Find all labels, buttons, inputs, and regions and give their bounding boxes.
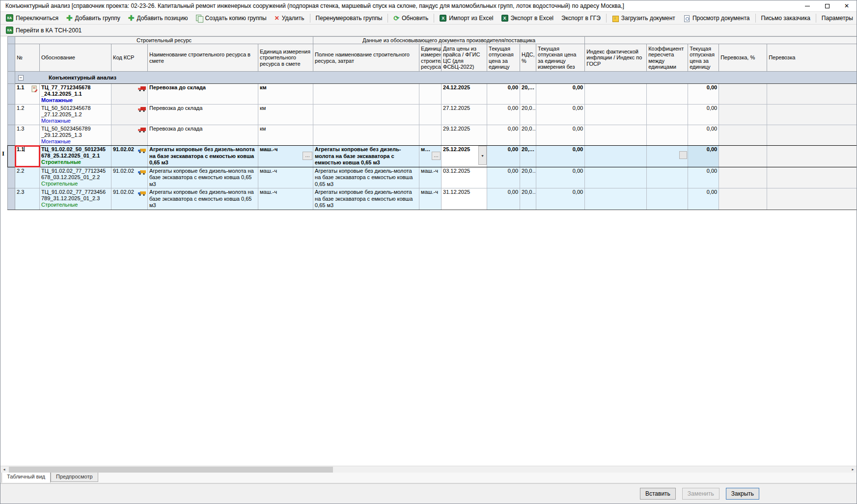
col-header-transport-pct[interactable]: Перевозка, % bbox=[719, 44, 767, 72]
col-header-kod-ksr[interactable]: Код КСР bbox=[111, 44, 148, 72]
cell-current-price[interactable]: 0,00 bbox=[487, 167, 520, 188]
insert-button[interactable]: Вставить bbox=[640, 488, 676, 500]
cell-current-price2[interactable]: 0,00 bbox=[688, 84, 719, 105]
cell-price-novat[interactable]: 0,00 bbox=[536, 188, 585, 210]
close-dialog-button[interactable]: Закрыть bbox=[726, 488, 759, 500]
cell-vat[interactable]: 20,0… bbox=[520, 105, 536, 125]
cell-full-name[interactable] bbox=[313, 125, 419, 146]
cell-unit2[interactable] bbox=[419, 84, 442, 105]
cell-name[interactable]: Агрегаты копровые без дизель-молота на б… bbox=[148, 167, 258, 188]
date-dropdown-button[interactable]: ▼ bbox=[478, 146, 487, 165]
switch-button[interactable]: Переключиться bbox=[2, 13, 62, 24]
scroll-left-icon[interactable]: ◂ bbox=[0, 466, 8, 473]
cell-full-name[interactable]: Агрегаты копровые без дизель-молота на б… bbox=[313, 146, 419, 167]
cell-num[interactable]: 1.2 bbox=[15, 105, 40, 125]
table-row[interactable]: 2.3 ТЦ_91.02.02_77_7723456 789_31.12.202… bbox=[8, 188, 857, 210]
cell-price-date-editing[interactable]: 25.12.2025▼ bbox=[442, 146, 487, 167]
col-header-current-price[interactable]: Текущая отпускная цена за единицу bbox=[487, 44, 520, 72]
maximize-button[interactable] bbox=[817, 0, 837, 11]
cell-num-editing[interactable]: 1.1 bbox=[15, 146, 40, 167]
cell-unit2[interactable] bbox=[419, 105, 442, 125]
view-document-button[interactable]: Просмотр документа bbox=[679, 13, 754, 24]
cell-vat[interactable]: 20,0… bbox=[520, 125, 536, 146]
cell-conversion-coef[interactable] bbox=[647, 146, 688, 167]
cell-price-novat[interactable]: 0,00 bbox=[536, 105, 585, 125]
cell-obosnovanie[interactable]: ТЦ_91.02.02_50_5012345 678_25.12.2025_01… bbox=[40, 146, 111, 167]
cell-unit2[interactable]: маш.-ч bbox=[419, 188, 442, 210]
cell-price-novat[interactable]: 0,00 bbox=[536, 125, 585, 146]
delete-button[interactable]: Удалить bbox=[271, 13, 308, 24]
cell-inflation-index[interactable] bbox=[585, 84, 647, 105]
cell-num[interactable]: 1.1 bbox=[15, 84, 40, 105]
coef-edit-button[interactable] bbox=[679, 151, 687, 159]
cell-current-price2[interactable]: 0,00 bbox=[688, 105, 719, 125]
add-group-button[interactable]: Добавить группу bbox=[62, 13, 124, 24]
cell-unit2[interactable]: маш.-ч bbox=[419, 167, 442, 188]
cell-price-novat[interactable]: 0,00 bbox=[536, 167, 585, 188]
cell-price-date[interactable]: 24.12.2025 bbox=[442, 84, 487, 105]
cell-conversion-coef[interactable] bbox=[647, 84, 688, 105]
cell-unit[interactable]: маш.-ч… bbox=[258, 146, 313, 167]
cell-current-price2[interactable]: 0,00 bbox=[688, 125, 719, 146]
export-excel-button[interactable]: Экспорт в Excel bbox=[498, 13, 557, 24]
cell-num[interactable]: 2.2 bbox=[15, 167, 40, 188]
cell-vat[interactable]: 20,0… bbox=[520, 188, 536, 210]
cell-name[interactable]: Перевозка до склада bbox=[148, 125, 258, 146]
cell-num[interactable]: 2.3 bbox=[15, 188, 40, 210]
col-header-full-name[interactable]: Полное наименование строительного ресурс… bbox=[313, 44, 419, 72]
cell-full-name[interactable] bbox=[313, 84, 419, 105]
cell-price-novat[interactable]: 0,00 bbox=[536, 84, 585, 105]
col-header-vat[interactable]: НДС, % bbox=[520, 44, 536, 72]
col-header-inflation-index[interactable]: Индекс фактической инфляции / Индекс по … bbox=[585, 44, 647, 72]
cell-num[interactable]: 1.3 bbox=[15, 125, 40, 146]
cell-inflation-index[interactable] bbox=[585, 146, 647, 167]
table-row[interactable]: 1.1 ТЦ_77_7712345678 _24.12.2025_1.1Монт… bbox=[8, 84, 857, 105]
cell-name[interactable]: Перевозка до склада bbox=[148, 105, 258, 125]
cell-obosnovanie[interactable]: ТЦ_50_5023456789 _29.12.2025_1.3Монтажны… bbox=[40, 125, 111, 146]
scroll-right-icon[interactable]: ▸ bbox=[849, 466, 857, 473]
parameters-button[interactable]: Параметры bbox=[818, 13, 857, 24]
cell-obosnovanie[interactable]: ТЦ_50_5012345678 _27.12.2025_1.2Монтажны… bbox=[40, 105, 111, 125]
cell-price-date[interactable]: 03.12.2025 bbox=[442, 167, 487, 188]
cell-vat[interactable]: 20,0… bbox=[520, 167, 536, 188]
cell-inflation-index[interactable] bbox=[585, 105, 647, 125]
col-header-unit2[interactable]: Единица измерения строительного ресурса bbox=[419, 44, 442, 72]
goto-ka-tsn-button[interactable]: Перейти в КА ТСН-2001 bbox=[2, 25, 85, 36]
cell-conversion-coef[interactable] bbox=[647, 125, 688, 146]
cell-name[interactable]: Перевозка до склада bbox=[148, 84, 258, 105]
col-header-obosnovanie[interactable]: Обоснование bbox=[40, 44, 111, 72]
cell-full-name[interactable]: Агрегаты копровые без дизель-молота на б… bbox=[313, 188, 419, 210]
col-header-transport[interactable]: Перевозка bbox=[767, 44, 857, 72]
cell-unit[interactable]: маш.-ч bbox=[258, 167, 313, 188]
scrollbar-thumb[interactable] bbox=[9, 467, 333, 473]
cell-inflation-index[interactable] bbox=[585, 167, 647, 188]
group-row[interactable]: − Конъюнктурный анализ bbox=[8, 72, 857, 84]
export-gge-button[interactable]: Экспорт в ГГЭ bbox=[557, 13, 605, 24]
cell-full-name[interactable]: Агрегаты копровые без дизель-молота на б… bbox=[313, 167, 419, 188]
minimize-button[interactable] bbox=[798, 0, 817, 11]
cell-inflation-index[interactable] bbox=[585, 188, 647, 210]
cell-unit[interactable]: км bbox=[258, 125, 313, 146]
col-header-unit[interactable]: Единица измерения строительного ресурса … bbox=[258, 44, 313, 72]
tab-table-view[interactable]: Табличный вид bbox=[1, 473, 51, 483]
cell-full-name[interactable] bbox=[313, 105, 419, 125]
unit2-ellipsis-button[interactable]: … bbox=[432, 152, 441, 160]
cell-current-price[interactable]: 0,00 bbox=[487, 146, 520, 167]
scrollbar-track[interactable] bbox=[8, 466, 849, 473]
cell-price-date[interactable]: 31.12.2025 bbox=[442, 188, 487, 210]
load-document-button[interactable]: Загрузить документ bbox=[608, 13, 679, 24]
cell-conversion-coef[interactable] bbox=[647, 188, 688, 210]
cell-obosnovanie[interactable]: ТЦ_77_7712345678 _24.12.2025_1.1Монтажны… bbox=[40, 84, 111, 105]
cell-price-date[interactable]: 27.12.2025 bbox=[442, 105, 487, 125]
cell-conversion-coef[interactable] bbox=[647, 167, 688, 188]
table-row-selected[interactable]: 1.1 ТЦ_91.02.02_50_5012345 678_25.12.202… bbox=[8, 146, 857, 167]
col-header-price-novat[interactable]: Текущая отпускная цена за единицу измере… bbox=[536, 44, 585, 72]
cell-current-price[interactable]: 0,00 bbox=[487, 125, 520, 146]
cell-current-price[interactable]: 0,00 bbox=[487, 188, 520, 210]
cell-vat[interactable]: 20,… bbox=[520, 84, 536, 105]
cell-inflation-index[interactable] bbox=[585, 125, 647, 146]
group-cell[interactable]: − Конъюнктурный анализ bbox=[15, 72, 857, 84]
unit-ellipsis-button[interactable]: … bbox=[303, 152, 312, 160]
col-header-current-price2[interactable]: Текущая отпускная цена за единицу bbox=[688, 44, 719, 72]
cell-unit2[interactable] bbox=[419, 125, 442, 146]
